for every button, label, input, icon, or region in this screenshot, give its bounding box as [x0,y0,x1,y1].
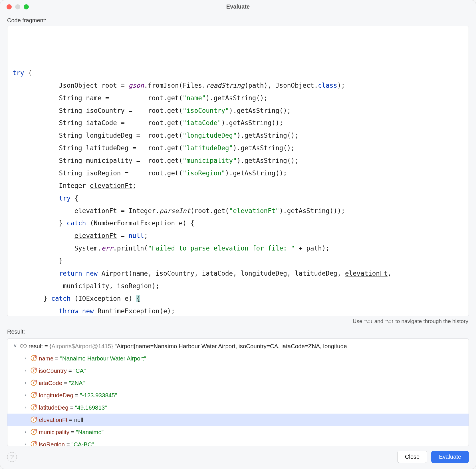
field-name: longitudeDeg [39,389,73,401]
evaluate-dialog: Evaluate Code fragment: try { JsonObject… [0,0,476,469]
code-fragment-label: Code fragment: [0,13,476,26]
svg-rect-6 [36,356,36,357]
field-value: "CA" [73,365,86,376]
type-hint: {Airports$Airport@1415} [50,340,113,352]
to-string: "Airport[name=Nanaimo Harbour Water Airp… [115,340,347,352]
result-field-row[interactable]: › f name = "Nanaimo Harbour Water Airpor… [7,352,469,364]
variable-name: result [29,340,43,352]
result-tree[interactable]: ∨ result = {Airports$Airport@1415} "Airp… [7,338,469,446]
field-name: isoCountry [39,365,67,376]
chevron-right-icon[interactable]: › [22,427,29,437]
close-button[interactable]: Close [397,451,427,463]
chevron-right-icon[interactable]: › [22,390,29,400]
field-value: null [74,414,83,426]
window-title: Evaluate [0,3,476,10]
expand-editor-icon[interactable] [459,29,466,35]
dialog-footer: ? Close Evaluate [0,446,476,469]
chevron-right-icon[interactable]: › [22,439,29,446]
field-value: "Nanaimo" [76,426,104,438]
result-label: Result: [0,324,476,337]
field-name: elevationFt [39,414,67,426]
result-field-row[interactable]: › f isoCountry = "CA" [7,364,469,377]
svg-rect-11 [36,368,36,370]
code-editor[interactable]: try { JsonObject root = gson.fromJson(Fi… [7,26,469,316]
field-icon: f [30,380,38,386]
field-icon: f [30,429,38,435]
history-hint: Use ⌥↓ and ⌥↑ to navigate through the hi… [0,316,476,324]
svg-rect-21 [36,393,36,394]
field-icon: f [30,416,38,423]
field-icon: f [30,392,38,398]
chevron-right-icon[interactable]: › [22,378,29,388]
field-value: "CA-BC" [72,438,94,446]
titlebar: Evaluate [0,0,476,13]
svg-point-0 [20,344,23,347]
result-field-row[interactable]: › f latitudeDeg = "49.169813" [7,401,469,414]
result-field-row[interactable]: › f longitudeDeg = "-123.933845" [7,389,469,401]
result-field-row[interactable]: › f municipality = "Nanaimo" [7,426,469,438]
field-name: municipality [39,426,69,438]
svg-rect-26 [36,405,36,406]
help-icon[interactable]: ? [7,452,17,462]
svg-point-1 [24,344,27,347]
result-field-row[interactable]: › f iataCode = "ZNA" [7,377,469,389]
result-root-row[interactable]: ∨ result = {Airports$Airport@1415} "Airp… [7,340,469,352]
field-value: "ZNA" [69,377,85,389]
field-icon: f [30,404,38,410]
field-value: "-123.933845" [80,389,117,401]
field-name: name [39,352,53,364]
field-name: iataCode [39,377,62,389]
field-icon: f [30,355,38,361]
chevron-down-icon[interactable]: ∨ [12,341,18,351]
field-value: "49.169813" [75,402,107,413]
svg-rect-31 [36,418,36,419]
glasses-icon [19,343,27,349]
svg-rect-36 [36,430,36,431]
evaluate-button[interactable]: Evaluate [431,451,469,463]
chevron-right-icon[interactable]: › [22,353,29,363]
chevron-right-icon[interactable]: › [22,366,29,375]
field-icon: f [30,441,38,446]
field-name: latitudeDeg [39,402,68,413]
chevron-right-icon[interactable]: › [22,402,29,412]
footer-buttons: Close Evaluate [397,451,469,463]
field-icon: f [30,367,38,374]
svg-rect-41 [36,442,36,443]
field-name: isoRegion [39,438,65,446]
result-field-row[interactable]: › f elevationFt = null [7,414,469,426]
field-value: "Nanaimo Harbour Water Airport" [60,352,146,364]
svg-rect-16 [36,381,36,382]
result-field-row[interactable]: › f isoRegion = "CA-BC" [7,438,469,446]
